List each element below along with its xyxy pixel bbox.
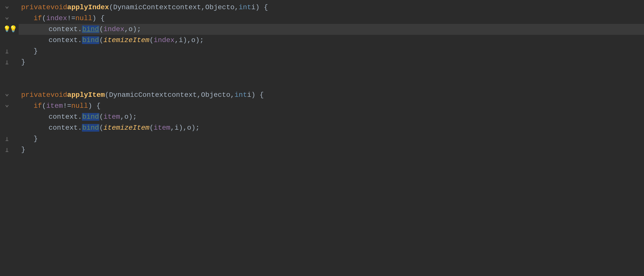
fold-icon-14[interactable] — [3, 144, 11, 155]
punc-4c: , — [174, 35, 179, 46]
punc-4b: ( — [149, 35, 154, 46]
punc-9b: , — [197, 90, 201, 100]
param-i-1: i — [251, 2, 256, 13]
punc-9e: ) { — [251, 90, 264, 100]
param-o-1: o — [230, 2, 234, 13]
punc-4d: ), — [183, 35, 192, 46]
code-line-4: context.bind ( itemizeItem ( index , i )… — [19, 35, 644, 46]
code-content: private void applyIndex ( DynamicContext… — [14, 0, 644, 276]
param-i-2: i — [179, 35, 183, 46]
punc-2a: ( — [42, 13, 46, 24]
bind-method-2: bind — [82, 35, 99, 46]
code-line-7-empty — [19, 68, 644, 79]
punc-11b: , — [120, 112, 124, 122]
punc-9a: ( — [105, 90, 109, 100]
context-ref-1: context. — [48, 24, 82, 34]
var-item-2: item — [103, 112, 120, 122]
context-ref-2: context. — [48, 35, 82, 46]
code-line-3: 💡 context.bind ( index , o ); — [19, 24, 644, 35]
code-line-14: } — [19, 144, 644, 155]
bind-method-3: bind — [82, 112, 99, 122]
code-line-2: if ( index != null ) { — [19, 13, 644, 24]
itemizeItem-call-2: itemizeItem — [103, 122, 149, 133]
param-i-4: i — [174, 122, 179, 133]
keyword-null-1: null — [76, 13, 92, 24]
param-o-4: o — [226, 90, 230, 100]
param-i-3: i — [247, 90, 251, 100]
fold-icon-2[interactable] — [3, 13, 11, 24]
punc-2c: ) { — [92, 13, 104, 24]
punc-4a: ( — [99, 35, 104, 46]
punc-13a: } — [34, 134, 38, 144]
keyword-void-2: void — [50, 90, 67, 100]
param-type-Object-1: Object — [205, 2, 230, 13]
var-index-3: index — [154, 35, 174, 46]
punc-10b: != — [63, 100, 72, 111]
keyword-if-2: if — [34, 100, 42, 111]
var-index-1: index — [46, 13, 67, 24]
fold-icon-10[interactable] — [3, 100, 11, 112]
code-line-6: } — [19, 57, 644, 68]
punc-12c: , — [170, 122, 174, 133]
code-line-10: if ( item != null ) { — [19, 100, 644, 112]
keyword-int-2: int — [234, 90, 247, 100]
lightbulb-icon[interactable]: 💡 — [9, 24, 17, 34]
punc-10a: ( — [42, 100, 46, 111]
punc-3b: , — [124, 24, 128, 34]
var-index-2: index — [103, 24, 124, 34]
fold-icon-13[interactable] — [3, 134, 11, 144]
code-editor: 💡 — [0, 0, 644, 276]
param-o-3: o — [191, 35, 196, 46]
param-context-2: context — [168, 90, 197, 100]
param-context-1: context — [172, 2, 201, 13]
gutter: 💡 — [0, 0, 14, 276]
fold-icon-1[interactable] — [3, 2, 11, 13]
punc-4e: ); — [196, 35, 204, 46]
punc-12d: ), — [179, 122, 187, 133]
param-type-Object-2: Object — [201, 90, 226, 100]
code-line-1: private void applyIndex ( DynamicContext… — [19, 2, 644, 13]
context-ref-4: context. — [48, 122, 82, 133]
context-ref-3: context. — [48, 112, 82, 122]
punc-1c: , — [234, 2, 239, 13]
param-o-2: o — [128, 24, 133, 34]
code-line-11: context.bind ( item , o ); — [19, 112, 644, 122]
code-line-13: } — [19, 134, 644, 144]
keyword-if-1: if — [34, 13, 42, 24]
punc-11a: ( — [99, 112, 104, 122]
keyword-null-2: null — [71, 100, 88, 111]
fold-icon-5[interactable] — [3, 46, 11, 57]
code-line-9: private void applyItem ( DynamicContext … — [19, 90, 644, 100]
code-line-12: context.bind ( itemizeItem ( item , i ),… — [19, 122, 644, 134]
param-type-DynamicContext-2: DynamicContext — [109, 90, 168, 100]
keyword-int-1: int — [239, 2, 251, 13]
punc-6a: } — [21, 57, 26, 68]
fold-icon-9[interactable] — [3, 90, 11, 100]
punc-1b: , — [201, 2, 205, 13]
punc-3a: ( — [99, 24, 104, 34]
punc-2b: != — [67, 13, 76, 24]
punc-1a: ( — [109, 2, 113, 13]
punc-14a: } — [21, 144, 26, 155]
fold-icon-6[interactable] — [3, 57, 11, 68]
var-item-3: item — [154, 122, 170, 133]
keyword-private-2: private — [21, 90, 50, 100]
punc-12b: ( — [149, 122, 154, 133]
punc-12a: ( — [99, 122, 104, 133]
punc-10c: ) { — [88, 100, 100, 111]
keyword-private-1: private — [21, 2, 50, 13]
punc-11c: ); — [128, 112, 137, 122]
method-applyIndex: applyIndex — [67, 2, 109, 13]
bind-method-1: bind — [82, 24, 99, 34]
param-o-6: o — [187, 122, 192, 133]
method-applyItem: applyItem — [67, 90, 105, 100]
var-item-1: item — [46, 100, 63, 111]
punc-12e: ); — [191, 122, 200, 133]
punc-5a: } — [34, 46, 38, 56]
itemizeItem-call-1: itemizeItem — [103, 35, 149, 46]
punc-3c: ); — [133, 24, 141, 34]
param-o-5: o — [124, 112, 128, 122]
keyword-void-1: void — [50, 2, 67, 13]
param-type-DynamicContext-1: DynamicContext — [113, 2, 172, 13]
punc-9c: , — [230, 90, 234, 100]
